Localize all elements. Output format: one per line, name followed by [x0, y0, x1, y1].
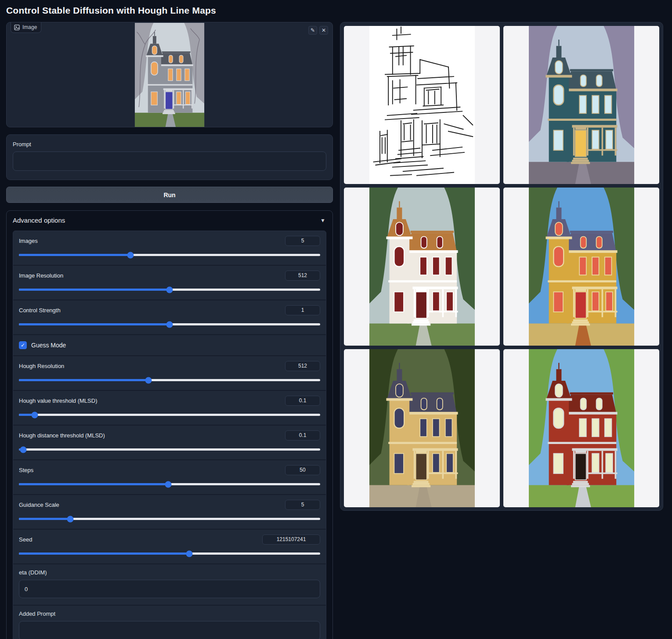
added-prompt-input[interactable] [19, 621, 320, 639]
steps-slider[interactable] [19, 481, 320, 487]
slider-thumb[interactable] [20, 446, 27, 453]
slider-group-control-strength: Control Strength 1 [13, 300, 326, 334]
gallery-item-yellow-house[interactable] [503, 188, 659, 346]
hough-value-threshold-label: Hough value threshold (MLSD) [19, 397, 97, 404]
slider-track [19, 254, 320, 256]
edit-image-button[interactable]: ✎ [308, 26, 317, 35]
images-slider[interactable] [19, 252, 320, 258]
image-resolution-value[interactable]: 512 [285, 271, 320, 281]
control-strength-value[interactable]: 1 [285, 305, 320, 315]
gallery-item-hough-line-map[interactable] [344, 26, 500, 184]
added-prompt-label: Added Prompt [19, 610, 320, 617]
run-button[interactable]: Run [6, 187, 333, 203]
slider-thumb[interactable] [32, 412, 38, 418]
result-gallery [340, 22, 663, 511]
slider-thumb[interactable] [186, 550, 192, 557]
eta-input[interactable] [19, 580, 320, 598]
yellow-house-image [529, 188, 634, 346]
steps-label: Steps [19, 467, 33, 473]
images-label: Images [19, 238, 38, 244]
teal-house-image [529, 26, 634, 184]
guess-mode-group: ✓ Guess Mode [13, 334, 326, 355]
slider-track [19, 414, 320, 416]
image-component-label: Image [22, 24, 37, 30]
slider-group-seed: Seed 1215107241 [13, 529, 326, 563]
guidance-scale-label: Guidance Scale [19, 502, 59, 508]
slider-thumb[interactable] [145, 377, 152, 383]
slider-group-hough-distance-threshold: Hough distance threshold (MLSD) 0.1 [13, 425, 326, 459]
prompt-block: Prompt [6, 134, 333, 180]
slider-group-steps: Steps 50 [13, 459, 326, 494]
seed-label: Seed [19, 536, 32, 543]
images-value[interactable]: 5 [285, 236, 320, 246]
check-icon: ✓ [21, 343, 25, 348]
slider-track [19, 379, 320, 381]
hough-value-threshold-value[interactable]: 0.1 [285, 396, 320, 406]
slider-thumb[interactable] [67, 516, 73, 522]
eta-group: eta (DDIM) [13, 563, 326, 605]
slider-thumb[interactable] [166, 286, 173, 293]
hough-distance-threshold-value[interactable]: 0.1 [285, 430, 320, 440]
slider-group-hough-value-threshold: Hough value threshold (MLSD) 0.1 [13, 390, 326, 425]
white-house-image [369, 188, 475, 346]
hough-distance-threshold-slider[interactable] [19, 446, 320, 453]
slider-thumb[interactable] [127, 252, 134, 258]
slider-group-image-resolution: Image Resolution 512 [13, 265, 326, 300]
seed-slider[interactable] [19, 550, 320, 557]
gallery-item-red-house[interactable] [503, 349, 659, 507]
hough-line-map-image [369, 26, 475, 184]
hough-distance-threshold-label: Hough distance threshold (MLSD) [19, 432, 105, 439]
slider-group-guidance-scale: Guidance Scale 5 [13, 494, 326, 529]
prompt-label: Prompt [13, 141, 326, 148]
advanced-options-header[interactable]: Advanced options ▼ [7, 211, 332, 230]
image-input-component[interactable]: Image ✎ ✕ [6, 22, 333, 127]
slider-track [19, 518, 320, 520]
guess-mode-checkbox[interactable]: ✓ [19, 341, 27, 349]
input-house-photo [135, 23, 205, 127]
guidance-scale-slider[interactable] [19, 516, 320, 522]
prompt-input[interactable] [13, 152, 326, 171]
control-strength-slider[interactable] [19, 321, 320, 328]
control-strength-label: Control Strength [19, 307, 61, 314]
image-resolution-label: Image Resolution [19, 272, 63, 279]
slider-group-hough-resolution: Hough Resolution 512 [13, 355, 326, 390]
added-prompt-group: Added Prompt [13, 605, 326, 639]
slider-thumb[interactable] [165, 481, 171, 487]
slider-thumb[interactable] [166, 321, 173, 328]
hough-value-threshold-slider[interactable] [19, 412, 320, 418]
golden-house-image [369, 349, 475, 507]
slider-track [19, 448, 320, 451]
hough-resolution-slider[interactable] [19, 377, 320, 383]
steps-value[interactable]: 50 [285, 465, 320, 475]
gallery-item-teal-house[interactable] [503, 26, 659, 184]
guess-mode-label: Guess Mode [31, 342, 66, 349]
image-icon [14, 25, 20, 30]
image-resolution-slider[interactable] [19, 286, 320, 293]
image-component-badge: Image [11, 22, 41, 33]
seed-value[interactable]: 1215107241 [262, 534, 320, 545]
advanced-options-title: Advanced options [13, 217, 65, 224]
eta-label: eta (DDIM) [19, 569, 320, 576]
advanced-options-accordion: Advanced options ▼ Images 5 [6, 210, 333, 639]
gallery-item-white-house[interactable] [344, 188, 500, 346]
slider-track [19, 552, 320, 555]
red-house-image [529, 349, 634, 507]
hough-resolution-label: Hough Resolution [19, 363, 64, 369]
gallery-item-golden-house[interactable] [344, 349, 500, 507]
guidance-scale-value[interactable]: 5 [285, 500, 320, 510]
hough-resolution-value[interactable]: 512 [285, 361, 320, 371]
chevron-down-icon: ▼ [320, 217, 325, 224]
clear-image-button[interactable]: ✕ [319, 26, 328, 35]
slider-group-images: Images 5 [13, 231, 326, 265]
page-title: Control Stable Diffusion with Hough Line… [6, 5, 665, 16]
